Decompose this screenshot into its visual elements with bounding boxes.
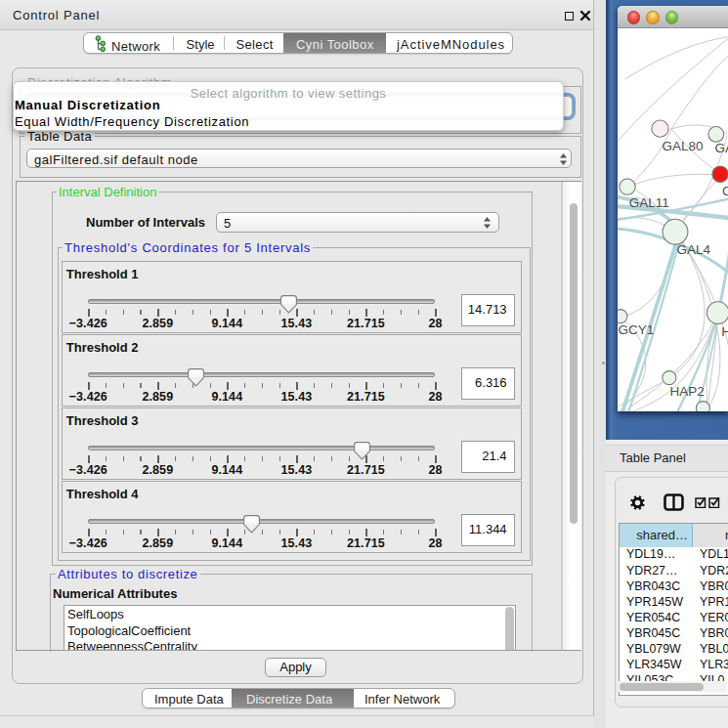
svg-text:GCY1: GCY1 xyxy=(618,322,654,337)
svg-text:C: C xyxy=(722,183,728,197)
svg-text:GAL4: GAL4 xyxy=(676,242,710,257)
svg-text:GAL80: GAL80 xyxy=(662,138,703,152)
svg-text:GA: GA xyxy=(714,140,728,154)
svg-text:GAL11: GAL11 xyxy=(628,194,668,209)
svg-text:HAP2: HAP2 xyxy=(669,383,704,398)
svg-text:H: H xyxy=(721,323,728,338)
